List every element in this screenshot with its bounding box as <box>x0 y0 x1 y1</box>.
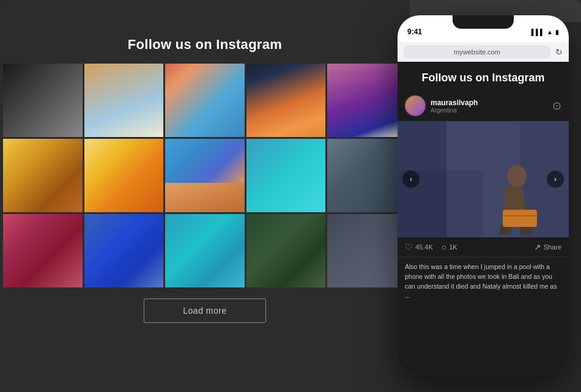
share-action[interactable]: ↗ Share <box>534 242 561 252</box>
instagram-user-row: maurasilvaph Argentina ⊙ <box>398 91 569 121</box>
photo-cell-6[interactable] <box>3 139 83 212</box>
user-info: maurasilvaph Argentina <box>431 98 552 114</box>
photo-cell-14[interactable] <box>246 214 326 287</box>
signal-icon: ▌▌▌ <box>531 29 544 35</box>
share-icon: ↗ <box>534 242 541 252</box>
carousel-next-button[interactable]: › <box>547 171 564 188</box>
phone-mockup: 9:41 ▌▌▌ ▲ ▮ mywebsite.com ↻ Follow us o… <box>398 15 569 376</box>
phone-notch <box>453 15 514 29</box>
post-actions: ♡ 45.4K ○ 1K ↗ Share <box>398 237 569 257</box>
avatar-inner <box>406 97 424 115</box>
photo-cell-3[interactable] <box>165 64 245 137</box>
status-time: 9:41 <box>407 28 422 36</box>
username: maurasilvaph <box>431 98 552 107</box>
comment-icon: ○ <box>442 242 446 252</box>
svg-point-3 <box>507 165 527 187</box>
photo-cell-11[interactable] <box>3 214 83 287</box>
photo-cell-10[interactable] <box>327 139 407 212</box>
phone-header-title: Follow us on Instagram <box>398 62 569 91</box>
post-image-bg <box>398 121 569 237</box>
photo-cell-9[interactable] <box>246 139 326 212</box>
refresh-icon[interactable]: ↻ <box>555 47 563 57</box>
svg-rect-5 <box>503 210 537 227</box>
heart-icon: ♡ <box>405 242 413 252</box>
photo-cell-7[interactable] <box>84 139 164 212</box>
photo-cell-8[interactable] <box>165 139 245 212</box>
url-bar[interactable]: mywebsite.com <box>404 45 550 59</box>
like-count: 45.4K <box>415 243 433 251</box>
url-text: mywebsite.com <box>454 48 500 56</box>
share-label: Share <box>544 243 561 251</box>
status-icons: ▌▌▌ ▲ ▮ <box>531 29 559 35</box>
desktop-content: Follow us on Instagram <box>0 22 410 392</box>
photo-cell-1[interactable] <box>3 64 83 137</box>
user-location: Argentina <box>431 107 552 114</box>
wifi-icon: ▲ <box>547 29 553 35</box>
avatar <box>405 95 426 116</box>
battery-icon: ▮ <box>555 29 559 35</box>
photo-cell-4[interactable] <box>246 64 326 137</box>
instagram-icon[interactable]: ⊙ <box>552 99 561 113</box>
browser-bar[interactable]: mywebsite.com ↻ <box>398 42 569 62</box>
post-caption: Also this was a time when I jumped in a … <box>398 257 569 306</box>
post-image-svg <box>398 121 569 237</box>
comment-count: 1K <box>449 243 457 251</box>
photo-cell-5[interactable] <box>327 64 407 137</box>
photo-cell-2[interactable] <box>84 64 164 137</box>
photo-cell-13[interactable] <box>165 214 245 287</box>
comment-action[interactable]: ○ 1K <box>442 242 457 252</box>
phone-content: Follow us on Instagram maurasilvaph Arge… <box>398 62 569 376</box>
load-more-button[interactable]: Load more <box>144 298 266 323</box>
page-title: Follow us on Instagram <box>128 37 282 53</box>
like-action[interactable]: ♡ 45.4K <box>405 242 433 252</box>
photo-cell-15[interactable] <box>327 214 407 287</box>
photo-grid <box>3 64 407 287</box>
photo-cell-12[interactable] <box>84 214 164 287</box>
carousel-prev-button[interactable]: ‹ <box>402 171 420 188</box>
phone-status-bar: 9:41 ▌▌▌ ▲ ▮ <box>398 15 569 42</box>
post-image: ‹ › <box>398 121 569 237</box>
